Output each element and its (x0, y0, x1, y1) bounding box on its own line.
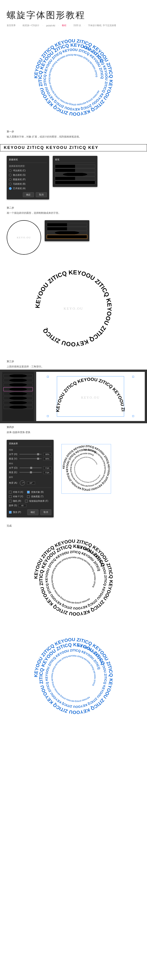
ps-editor: KEYOOU ZITICQ KEYOOU ZITICQ KEYOOU ZITIC… (0, 370, 147, 423)
angle[interactable]: 角度 (A): (9, 480, 51, 486)
angle-dial-icon[interactable] (19, 480, 25, 486)
brushes-panel: 画笔 (53, 156, 97, 187)
brush-preset[interactable] (55, 177, 95, 180)
move-h[interactable]: 水平 (O): (9, 466, 51, 469)
crumb[interactable]: 精灵第一CG设计 (22, 24, 40, 27)
canvas[interactable]: KEYOOU ZITICQ KEYOOU ZITICQ KEYOOU ZITIC… (36, 372, 145, 421)
step1-text-strip: KEYOOU ZITICQ KEYOOU ZITICQ KEY (0, 144, 147, 151)
crumb[interactable]: ps/ai/c4d (46, 24, 55, 27)
step3-desc: 上面的描画这里选择：三角形01。 (7, 364, 140, 369)
svg-line-9 (22, 482, 24, 483)
step1-desc: 输入需要的字体，对象-扩展，或设计好的图形，找到描画画笔选项。 (7, 135, 140, 139)
angle-value[interactable] (27, 481, 35, 485)
ok-button[interactable]: 确定 (23, 192, 34, 197)
brush-shape[interactable] (3, 396, 33, 400)
breadcrumb: 首页世界· 精灵第一CG设计· ps/ai/c4d· 教程· 1520 次· 字… (7, 24, 140, 27)
move-h-value[interactable] (43, 466, 51, 469)
horiz-scale[interactable]: 水平 (H): (9, 453, 51, 456)
transform-preview: KEYOOU ZITICQ KEYOOU ZITICQ KEYOOU ZITIC… (57, 440, 140, 499)
brush-shape[interactable] (3, 401, 33, 404)
new-brush-dialog: 新建画笔 选择新画笔类型: 书法画笔 (C) 散点画笔 (S) 图案画笔 (P)… (7, 156, 49, 199)
svg-text:KEYO.OU: KEYO.OU (81, 396, 100, 399)
brush-shape[interactable] (3, 374, 33, 378)
crumb-tags[interactable]: 字体设计教程, 学习交流速看 (88, 24, 116, 27)
vert-scale[interactable]: 垂直 (V): (9, 457, 51, 460)
brush-preset-selected[interactable] (47, 235, 87, 239)
watermark: KEYO.OU (17, 236, 31, 239)
final-spiral-blue: KEYOOU ZITICQ KEYOOU ZITICQ KEYOOU ZITIC… (0, 628, 147, 727)
final-label: 完成 (0, 522, 147, 530)
check-row[interactable]: 对称 X (X) 变换对象 (B) (9, 490, 51, 494)
check-row[interactable]: 随机 (R) 缩放描边和效果 (F) (9, 500, 51, 503)
brushes-panel-title: 画笔 (55, 158, 95, 163)
brush-preset[interactable] (47, 231, 87, 235)
svg-text:KEYO.OU: KEYO.OU (64, 307, 83, 310)
brush-shape[interactable] (3, 379, 33, 382)
svg-text:KEYOOU ZITICQ KEYOOU ZITICQ KE: KEYOOU ZITICQ KEYOOU ZITICQ KEYOOU ZITIC… (62, 444, 111, 491)
dialog-title: 新建画笔 (9, 158, 47, 163)
brush-preset[interactable] (47, 223, 87, 226)
brush-shape[interactable] (3, 383, 33, 387)
check-row[interactable]: 对称 Y (Y) 变换图案 (T) (9, 495, 51, 498)
brush-option[interactable]: 散点画笔 (S) (9, 173, 47, 177)
brush-picker (2, 372, 34, 421)
cancel-button[interactable]: 取消 (40, 509, 51, 515)
move-v-value[interactable] (43, 471, 51, 474)
brush-shape[interactable] (3, 406, 33, 409)
step1-label: 第一步 (7, 130, 140, 133)
brush-preset[interactable] (55, 173, 95, 176)
step3-label: 第三步 (7, 360, 140, 363)
ok-button[interactable]: 确定 (27, 509, 38, 515)
copies-value[interactable] (18, 504, 26, 507)
brush-preset[interactable] (55, 165, 95, 168)
brush-option[interactable]: 图案画笔 (P) (9, 178, 47, 181)
crumb-views: 1520 次 (73, 24, 81, 27)
step4-label: 第四步 (7, 425, 140, 429)
brush-preset[interactable] (47, 227, 87, 231)
move-v[interactable]: 垂直 (E): (9, 471, 51, 474)
preview-checkbox[interactable]: 预览 (P) (13, 511, 21, 514)
brush-option[interactable]: 书法画笔 (C) (9, 169, 47, 172)
svg-text:KEYOOU ZITICQ KEYOOU ZITICQ KE: KEYOOU ZITICQ KEYOOU ZITICQ KEYOOU ZITIC… (51, 655, 96, 703)
step4-desc: 效果-扭曲和变换-变换 (7, 430, 140, 434)
brush-option[interactable]: 毛刷画笔 (B) (9, 183, 47, 186)
step2-desc: 画一个描边路径的圆形，选择刚刚做成来的字形。 (7, 211, 140, 215)
dialog-subtitle: 选择新画笔类型: (9, 165, 47, 168)
brushes-panel (45, 220, 89, 241)
page-title: 螺旋字体图形教程 (7, 9, 140, 21)
brush-preset[interactable] (55, 169, 95, 172)
vert-value[interactable] (43, 457, 51, 460)
transform-dialog: 变换效果 缩放 水平 (H): 垂直 (V): 移动 水平 (O): 垂直 (E… (7, 440, 54, 517)
svg-text:KEYOOU ZITICQ KEYOOU ZITICQ KE: KEYOOU ZITICQ KEYOOU ZITICQ KEYOOU ZITIC… (74, 457, 100, 483)
cancel-button[interactable]: 取消 (36, 192, 47, 197)
brush-shape-selected[interactable] (3, 388, 33, 391)
copies-row[interactable]: 副本 (S) (9, 504, 51, 507)
circle-path: KEYO.OU (7, 220, 41, 255)
svg-text:KEYOOU ZITICQ KEYOOU ZITICQ KE: KEYOOU ZITICQ KEYOOU ZITICQ KEYOOU ZITIC… (48, 53, 100, 106)
svg-text:KEYOOU ZITICQ KEYOOU ZITICQ KE: KEYOOU ZITICQ KEYOOU ZITICQ KEYOOU ZITIC… (51, 556, 96, 604)
brush-preset[interactable] (55, 181, 95, 184)
step2-label: 第二步 (7, 206, 140, 210)
final-spiral-black: KEYOOU ZITICQ KEYOOU ZITICQ KEYOOU ZITIC… (0, 530, 147, 628)
brush-option-selected[interactable]: 艺术画笔 (A) (9, 187, 47, 190)
svg-text:KEYOOU ZITICQ KEYOOU ZITICQ KE: KEYOOU ZITICQ KEYOOU ZITICQ KEYOOU ZITIC… (44, 372, 126, 412)
transform-dialog-title: 变换效果 (9, 442, 51, 447)
hero-spiral-figure: KEYOOU ZITICQ KEYOOU ZITICQ KEYOOU ZITIC… (0, 29, 147, 128)
brush-shape[interactable] (3, 392, 33, 396)
horiz-value[interactable] (43, 453, 51, 456)
text-ring-figure: KEYOOU ZITICQ KEYOOU ZITICQ KEYOOU ZITIC… (0, 259, 147, 358)
crumb-category[interactable]: 教程 (62, 24, 66, 27)
crumb[interactable]: 首页世界 (7, 24, 16, 27)
